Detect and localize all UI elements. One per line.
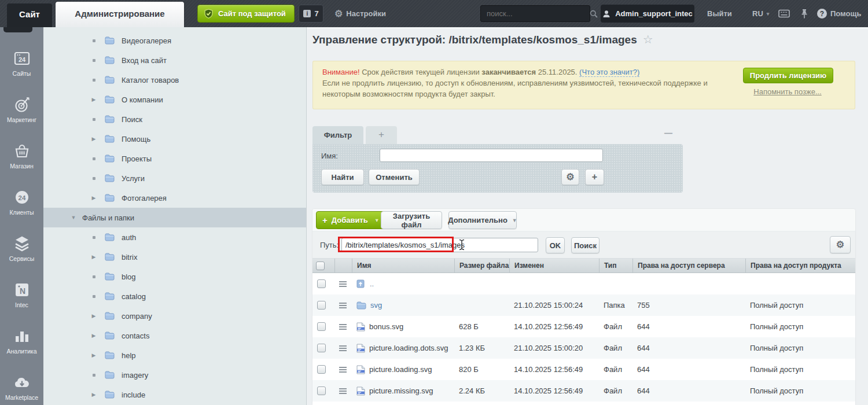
- settings-button[interactable]: ⚙ Настройки: [334, 0, 386, 27]
- filter-minimize-button[interactable]: —: [664, 128, 672, 138]
- find-button[interactable]: Найти: [321, 169, 364, 185]
- tab-administration[interactable]: Администрирование: [56, 2, 184, 27]
- select-all-checkbox[interactable]: [316, 262, 325, 270]
- filter-tab[interactable]: Фильтр: [312, 126, 363, 144]
- tree-item-auth[interactable]: auth: [43, 227, 306, 247]
- product-rights: Полный доступ: [750, 301, 803, 310]
- file-name-link[interactable]: svg: [370, 301, 382, 310]
- cancel-button[interactable]: Отменить: [369, 169, 420, 185]
- sidebar-item-analytics[interactable]: Аналитика: [0, 318, 43, 364]
- chevron-right-icon[interactable]: ▶: [90, 333, 98, 338]
- filter-name-input[interactable]: [380, 149, 603, 162]
- grid-settings-button[interactable]: ⚙: [830, 236, 851, 253]
- tree-item-imagery[interactable]: imagery: [43, 365, 306, 385]
- row-menu-icon[interactable]: [339, 388, 347, 394]
- row-menu-icon[interactable]: [339, 303, 347, 308]
- site-protected-button[interactable]: Сайт под защитой: [197, 5, 295, 23]
- tree-item-файлы-и-папки[interactable]: ▼Файлы и папки: [43, 208, 306, 227]
- tree-item-вход-на-сайт[interactable]: Вход на сайт: [43, 50, 306, 70]
- tree-item-help[interactable]: ▶help: [43, 345, 306, 365]
- sidebar-item-label: Маркетинг: [7, 116, 36, 123]
- file-name-link[interactable]: ..: [370, 279, 374, 288]
- pin-button[interactable]: [801, 0, 808, 27]
- row-menu-icon[interactable]: [339, 324, 347, 330]
- filter-add-field-button[interactable]: +: [585, 169, 604, 185]
- add-filter-tab[interactable]: +: [366, 126, 397, 144]
- sidebar-item-marketing[interactable]: Маркетинг: [0, 86, 43, 132]
- sidebar-collapse-handle[interactable]: [3, 27, 32, 32]
- row-menu-icon[interactable]: [339, 281, 347, 287]
- sidebar-item-clients[interactable]: 24Клиенты: [0, 179, 43, 225]
- table-row: picture.loading.svg820 Б14.10.2025 12:56…: [312, 359, 855, 380]
- filter-panel: Имя: Найти Отменить ⚙ +: [312, 144, 683, 193]
- row-checkbox[interactable]: [317, 301, 326, 310]
- tree-item-каталог-товаров[interactable]: Каталог товаров: [43, 70, 306, 90]
- folder-icon: [105, 312, 115, 320]
- sidebar-item-services[interactable]: Сервисы: [0, 225, 43, 271]
- file-name-link[interactable]: picture.loading.svg: [369, 365, 432, 374]
- chevron-right-icon[interactable]: ▶: [90, 195, 98, 201]
- sidebar-item-sites[interactable]: 24Сайты: [0, 40, 43, 86]
- table-cell: [312, 359, 334, 380]
- sidebar-item-marketplace[interactable]: Marketplace: [0, 364, 43, 405]
- remind-later-link[interactable]: Напомнить позже...: [750, 87, 825, 96]
- chevron-right-icon[interactable]: ▶: [90, 392, 98, 397]
- row-checkbox[interactable]: [317, 279, 326, 288]
- tree-item-contacts[interactable]: ▶contacts: [43, 326, 306, 345]
- tree-item-blog[interactable]: blog: [43, 267, 306, 286]
- language-switcher[interactable]: RU ▾: [752, 0, 769, 27]
- path-search-button[interactable]: Поиск: [571, 237, 599, 253]
- folder-icon: [105, 56, 115, 64]
- logout-button[interactable]: Выйти: [707, 0, 732, 27]
- chevron-right-icon[interactable]: ▶: [90, 313, 98, 319]
- tree-item-услуги[interactable]: Услуги: [43, 168, 306, 188]
- file-name-link[interactable]: bonus.svg: [369, 322, 403, 331]
- tab-site[interactable]: Сайт: [7, 3, 52, 27]
- table-cell: svg: [352, 294, 454, 316]
- row-checkbox[interactable]: [317, 365, 326, 374]
- chevron-right-icon[interactable]: ▶: [90, 352, 98, 358]
- tree-item-company[interactable]: ▶company: [43, 306, 306, 326]
- add-button[interactable]: + Добавить ▼: [316, 211, 386, 229]
- tree-item-фотогалерея[interactable]: ▶Фотогалерея: [43, 188, 306, 208]
- search-input[interactable]: [486, 9, 590, 19]
- ok-button[interactable]: OK: [546, 237, 565, 253]
- tree-item-catalog[interactable]: catalog: [43, 286, 306, 306]
- sidebar-item-intec[interactable]: NIntec: [0, 271, 43, 318]
- favorite-star-icon[interactable]: ☆: [643, 33, 653, 46]
- table-cell: 644: [632, 359, 745, 380]
- tree-item-проекты[interactable]: Проекты: [43, 149, 306, 168]
- file-name-link[interactable]: picture.missing.svg: [369, 386, 433, 395]
- notifications-counter[interactable]: i 7: [299, 5, 323, 23]
- tree-item-помощь[interactable]: ▶Помощь: [43, 129, 306, 149]
- sidebar-item-store[interactable]: Магазин: [0, 132, 43, 179]
- upload-file-button[interactable]: Загрузить файл: [381, 211, 442, 229]
- hotkeys-button[interactable]: [778, 0, 790, 27]
- what-does-it-mean-link[interactable]: (Что это значит?): [579, 68, 639, 77]
- row-checkbox[interactable]: [317, 386, 326, 395]
- intec-icon: N: [13, 281, 31, 299]
- tree-item-поиск[interactable]: Поиск: [43, 109, 306, 129]
- search-icon[interactable]: [590, 10, 598, 18]
- file-name-link[interactable]: picture.loading.dots.svg: [369, 344, 448, 352]
- filter-settings-button[interactable]: ⚙: [561, 169, 579, 185]
- help-button[interactable]: ? Помощь: [817, 0, 861, 27]
- renew-license-button[interactable]: Продлить лицензию: [743, 68, 833, 83]
- tree-item-bitrix[interactable]: ▶bitrix: [43, 247, 306, 267]
- user-menu[interactable]: Admin_support_intec: [601, 5, 694, 23]
- chevron-right-icon[interactable]: ▶: [90, 254, 98, 260]
- tree-item-видеогалерея[interactable]: Видеогалерея: [43, 31, 306, 50]
- row-checkbox[interactable]: [317, 322, 326, 331]
- row-checkbox[interactable]: [317, 344, 326, 352]
- more-actions-button[interactable]: Дополнительно ▼: [448, 211, 517, 229]
- tree-item-о-компании[interactable]: ▶О компании: [43, 90, 306, 109]
- row-menu-icon[interactable]: [339, 345, 347, 351]
- chevron-right-icon[interactable]: ▶: [90, 136, 98, 142]
- table-cell: [454, 273, 509, 294]
- chevron-right-icon[interactable]: ▶: [90, 97, 98, 102]
- table-cell: [599, 273, 632, 294]
- tree-item-include[interactable]: ▶include: [43, 385, 306, 404]
- chevron-down-icon[interactable]: ▼: [69, 215, 78, 220]
- row-menu-icon[interactable]: [339, 367, 347, 373]
- table-cell: [454, 294, 509, 316]
